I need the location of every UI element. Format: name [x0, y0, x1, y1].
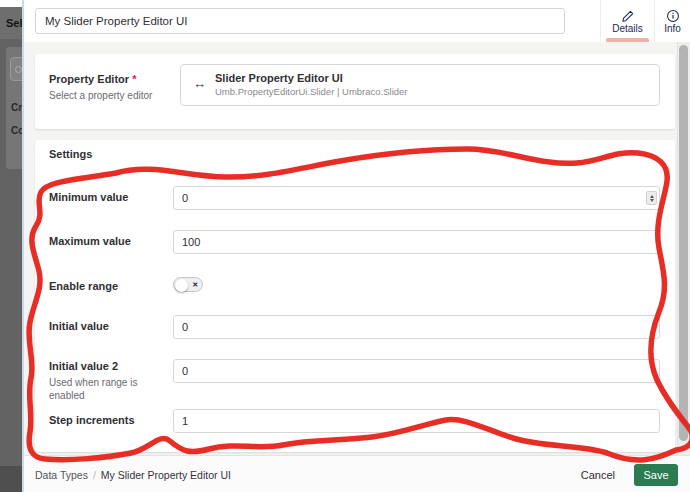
stepper-down-icon: [650, 199, 654, 202]
step-increments-label: Step increments: [49, 414, 171, 428]
enable-range-label: Enable range: [49, 280, 171, 294]
maximum-value-input[interactable]: [173, 230, 660, 254]
scrollbar-track[interactable]: [677, 42, 690, 455]
stepper-up-icon: [650, 195, 654, 198]
breadcrumb: Data Types / My Slider Property Editor U…: [35, 456, 231, 492]
initial-value-2-label: Initial value 2: [49, 360, 171, 374]
selected-property-editor[interactable]: ↔ Slider Property Editor UI Umb.Property…: [180, 64, 660, 106]
required-asterisk: *: [132, 73, 136, 85]
toggle-knob: [175, 279, 188, 292]
backdrop-dialog-title-text: Selec: [0, 17, 24, 29]
minimum-value-label-block: Minimum value: [49, 191, 171, 205]
backdrop-footer-strip: [0, 466, 24, 492]
arrows-horizontal-icon: ↔: [193, 76, 206, 91]
tab-details[interactable]: Details: [600, 0, 654, 42]
tab-bar: Details Info: [600, 0, 690, 42]
number-stepper[interactable]: [646, 191, 657, 205]
tab-info-label: Info: [664, 24, 681, 34]
settings-title: Settings: [49, 148, 92, 160]
selected-editor-detail: Umb.PropertyEditorUi.Slider | Umbraco.Sl…: [215, 86, 408, 97]
minimum-value-label: Minimum value: [49, 191, 171, 205]
breadcrumb-current: My Slider Property Editor UI: [101, 469, 231, 481]
tab-info[interactable]: Info: [654, 0, 690, 42]
dialog-left-edge: [22, 0, 24, 492]
initial-value-2-description: Used when range is enabled: [49, 376, 171, 402]
minimum-value-input[interactable]: [173, 186, 660, 210]
info-icon: [666, 9, 680, 23]
dialog-header: Details Info: [22, 0, 690, 42]
initial-value-2-input[interactable]: [173, 359, 660, 383]
cancel-button[interactable]: Cancel: [581, 456, 615, 492]
step-increments-input[interactable]: [173, 409, 660, 433]
maximum-value-label: Maximum value: [49, 235, 171, 249]
initial-value-label-block: Initial value: [49, 320, 171, 334]
dialog-content: Property Editor * Select a property edit…: [22, 42, 690, 455]
enable-range-toggle[interactable]: ✕: [173, 277, 203, 292]
backdrop-header-strip: [0, 0, 24, 7]
search-icon: [15, 66, 22, 73]
step-increments-label-block: Step increments: [49, 414, 171, 428]
dialog-footer: Data Types / My Slider Property Editor U…: [22, 455, 690, 492]
property-editor-card: Property Editor * Select a property edit…: [35, 54, 675, 129]
data-type-name-input[interactable]: [35, 8, 565, 34]
initial-value-2-label-block: Initial value 2 Used when range is enabl…: [49, 360, 171, 402]
initial-value-input[interactable]: [173, 315, 660, 339]
scrollbar-thumb[interactable]: [679, 45, 688, 441]
dimmed-backdrop: Selec Cre Co: [0, 0, 24, 492]
pencil-icon: [621, 9, 635, 23]
property-editor-label-block: Property Editor * Select a property edit…: [49, 73, 152, 102]
enable-range-label-block: Enable range: [49, 280, 171, 294]
backdrop-dialog-title: Selec: [0, 7, 24, 39]
save-button[interactable]: Save: [634, 464, 678, 486]
maximum-value-label-block: Maximum value: [49, 235, 171, 249]
settings-card: Settings Minimum value Maximum value Ena…: [35, 140, 675, 452]
property-editor-description: Select a property editor: [49, 89, 152, 102]
data-type-editor-dialog: Details Info Property Editor * Select a …: [22, 0, 690, 492]
toggle-off-icon: ✕: [192, 281, 198, 288]
tab-details-label: Details: [612, 24, 643, 34]
selected-editor-name: Slider Property Editor UI: [215, 72, 343, 84]
breadcrumb-data-types[interactable]: Data Types: [35, 469, 88, 481]
initial-value-label: Initial value: [49, 320, 171, 334]
property-editor-label: Property Editor *: [49, 73, 152, 87]
breadcrumb-separator: /: [93, 469, 96, 481]
